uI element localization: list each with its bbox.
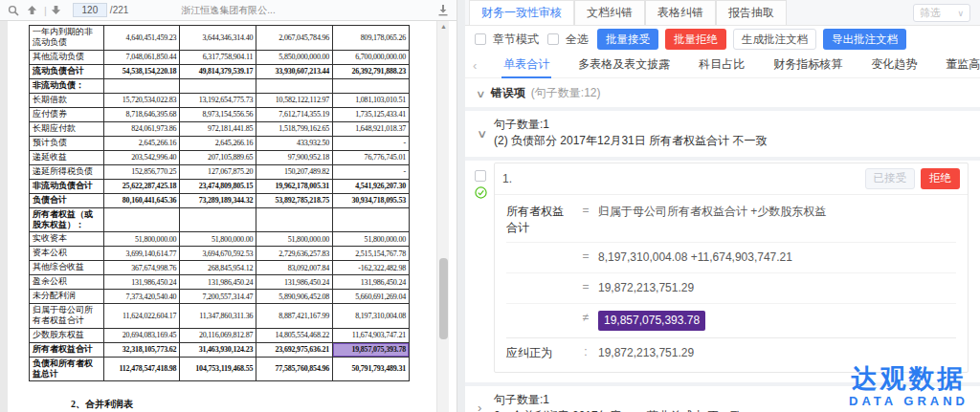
search-zoom-icon[interactable] (6, 3, 21, 18)
row-label: 所有者权益（或股东权益）： (30, 207, 104, 232)
formula-row: 应纠正为:19,872,213,751.29 (506, 337, 956, 368)
next-section-heading: 2、合并利润表 (71, 398, 133, 411)
table-cell: 3,694,670,592.53 (180, 247, 256, 261)
chapter-mode-checkbox[interactable] (475, 33, 486, 45)
table-cell: 1,648,921,018.37 (333, 121, 410, 136)
table-cell: 25,622,287,425.18 (103, 179, 180, 193)
formula-operator: = (573, 249, 598, 263)
table-cell: 5,850,000,000.00 (256, 50, 333, 64)
scrollbar-thumb[interactable] (439, 258, 448, 339)
table-cell: 13,192,654,775.73 (180, 93, 256, 107)
download-icon[interactable] (437, 3, 449, 20)
table-cell: 207,105,889.65 (180, 150, 256, 164)
row-label: 长期应付款 (30, 121, 104, 136)
generate-annotated-doc-button[interactable]: 生成批注文档 (733, 29, 816, 50)
reject-button[interactable]: 拒绝 (921, 168, 960, 189)
app-window: | /221 浙江恒逸集团有限公... 一年内到期的非流动负债4,640,451… (0, 0, 980, 412)
main-tab[interactable]: 文档纠错 (574, 0, 645, 25)
table-cell: 23,692,975,636.21 (256, 342, 333, 357)
select-all-checkbox[interactable] (547, 33, 559, 45)
table-cell: 8,973,154,556.56 (180, 107, 256, 121)
viewer-toolbar: | /221 浙江恒逸集团有限公... (0, 0, 457, 21)
tabs-scroll-left-icon[interactable]: ‹ (473, 58, 477, 73)
batch-accept-button[interactable]: 批量接受 (597, 29, 658, 50)
table-cell (180, 207, 256, 232)
table-row: 盈余公积131,986,450.24131,986,450.24131,986,… (30, 275, 410, 290)
table-cell: 54,538,154,220.18 (103, 64, 180, 78)
main-tab[interactable]: 报告抽取 (716, 0, 787, 25)
error-group-title: 错误项 (491, 85, 525, 101)
pdf-viewer-pane: | /221 浙江恒逸集团有限公... 一年内到期的非流动负债4,640,451… (0, 0, 457, 412)
sub-tab[interactable]: 变化趋势 (869, 52, 919, 78)
table-cell: 11,674,903,747.21 (333, 328, 410, 342)
issue-header-collapsed[interactable]: ›句子数量:12、合并利润表 2017年度 二、营业总成本 不一致 (465, 386, 980, 412)
accepted-button[interactable]: 已接受 (865, 168, 916, 189)
row-label: 负债和所有者权益总计 (30, 357, 104, 381)
table-cell: 1,081,103,010.51 (333, 93, 410, 107)
highlighted-mismatch-cell[interactable]: 19,857,075,393.78 (333, 342, 410, 357)
sub-tab[interactable]: 单表合计 (501, 52, 551, 78)
table-row: 实收资本51,800,000.0051,800,000.0051,800,000… (30, 232, 410, 247)
page-down-icon[interactable] (49, 3, 64, 18)
table-cell: 112,478,547,418.98 (103, 357, 180, 381)
table-cell: 76,776,745.01 (333, 150, 410, 164)
table-cell: 5,890,906,452.08 (256, 290, 333, 304)
table-cell: 824,061,973.86 (103, 121, 180, 136)
sub-tab[interactable]: 科目占比 (697, 52, 746, 78)
table-row: 递延所得税负债152,856,770.25127,067,875.20150,2… (30, 164, 410, 179)
main-tab[interactable]: 财务一致性审核 (469, 0, 574, 25)
document-page: 一年内到期的非流动负债4,640,451,459.233,644,346,314… (0, 21, 457, 412)
table-cell: 51,800,000.00 (103, 232, 180, 247)
table-cell: 131,986,450.24 (333, 275, 410, 290)
error-group-header[interactable]: ∨ 错误项 (句子数量:12) (465, 78, 980, 107)
page-up-icon[interactable] (24, 3, 39, 18)
chevron-collapsed-icon: › (478, 401, 481, 412)
filter-select[interactable]: 筛选 ∨ (913, 4, 970, 22)
page-number-input[interactable] (73, 3, 107, 17)
issue-list: ∨ 错误项 (句子数量:12) ∨ 句子数量:1 (2) 负债部分 2017年1… (465, 78, 980, 412)
table-row: 应付债券8,718,646,395.688,973,154,556.567,61… (30, 107, 410, 121)
formula-row: =8,197,310,004.08 +11,674,903,747.21 (506, 242, 956, 272)
chevron-expanded-icon: ∨ (476, 87, 486, 99)
viewer-scrollbar[interactable]: ▲ (436, 21, 449, 412)
main-tab[interactable]: 表格纠错 (645, 0, 716, 25)
table-cell: 2,067,045,784.96 (256, 26, 333, 51)
table-cell: 15,720,534,022.83 (103, 93, 180, 107)
sub-tab[interactable]: 多表格及表文披露 (576, 52, 672, 78)
table-cell: 1,735,125,433.41 (333, 107, 410, 121)
formula-row: ≠19,857,075,393.78 (506, 303, 956, 337)
table-cell: 3,644,346,314.40 (180, 26, 256, 51)
row-label: 负债合计 (30, 193, 104, 207)
table-cell: 2,645,266.16 (180, 136, 256, 150)
table-row: 资本公积3,699,140,614.773,694,670,592.532,72… (30, 247, 410, 261)
review-panel: 财务一致性审核文档纠错表格纠错报告抽取 筛选 ∨ 章节模式 全选 批量接受 批量… (465, 0, 980, 412)
formula-operator: ≠ (573, 311, 598, 324)
batch-reject-button[interactable]: 批量拒绝 (665, 29, 726, 50)
sub-tab[interactable]: 财务指标核算 (771, 52, 844, 78)
table-cell: 20,116,069,812.87 (180, 328, 256, 342)
formula-label: 应纠正为 (506, 345, 573, 361)
table-cell: 3,699,140,614.77 (103, 247, 180, 261)
table-cell: 131,986,450.24 (103, 275, 180, 290)
issue-header-expanded[interactable]: ∨ 句子数量:1 (2) 负债部分 2017年12月31日 所有者权益合计 不一… (465, 111, 980, 157)
formula-operator: = (573, 204, 598, 217)
table-cell: 23,474,809,805.15 (180, 179, 256, 193)
table-row: 其他流动负债7,048,061,850.446,317,758,904.115,… (30, 50, 410, 64)
table-cell: 33,930,607,213.44 (256, 64, 333, 78)
table-cell: 7,373,420,540.40 (103, 290, 180, 304)
filter-select-value: 筛选 (920, 6, 941, 20)
table-cell: 19,962,178,005.31 (256, 179, 333, 193)
row-label: 归属于母公司所有者权益合计 (30, 304, 104, 329)
table-cell: -162,322,482.98 (333, 261, 410, 275)
scrollbar-up-arrow[interactable]: ▲ (437, 21, 450, 33)
sub-tab[interactable]: 董监高人员 (944, 52, 980, 78)
table-cell: 8,197,310,004.08 (333, 304, 410, 329)
table-cell: - (333, 164, 410, 179)
table-cell: 32,318,105,773.62 (103, 342, 180, 357)
balance-sheet-table: 一年内到期的非流动负债4,640,451,459.233,644,346,314… (29, 25, 410, 381)
table-cell: 127,067,875.20 (180, 164, 256, 179)
issue-sentence-count: 句子数量:1 (494, 392, 969, 408)
issue-checkbox[interactable] (475, 170, 486, 182)
row-label: 应付债券 (30, 107, 104, 121)
export-annotated-doc-button[interactable]: 导出批注文档 (823, 29, 906, 50)
